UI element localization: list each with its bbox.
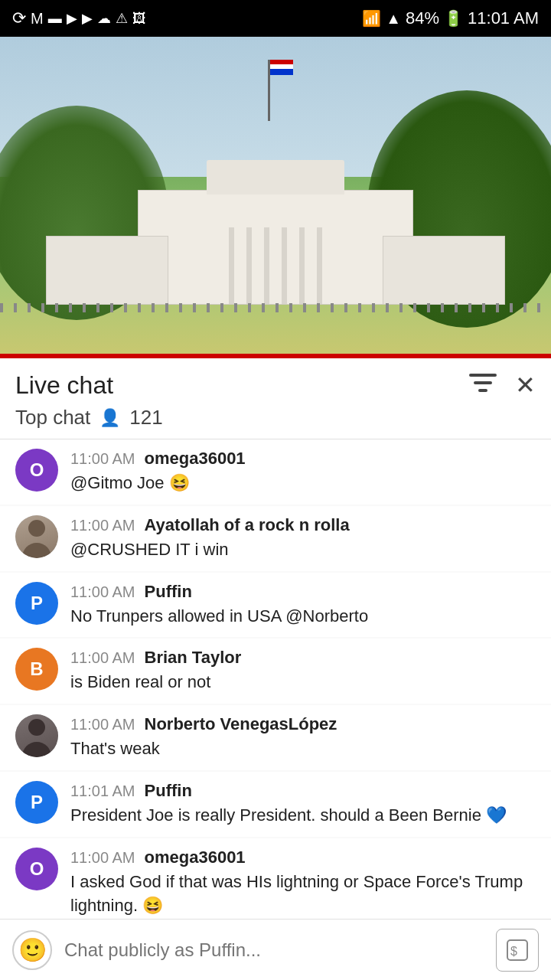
message-body: 11:00 AM omega36001 I asked God if that … — [70, 848, 536, 918]
chat-message: O 11:00 AM omega36001 I asked God if tha… — [0, 838, 551, 927]
close-icon[interactable]: ✕ — [515, 371, 536, 400]
clock: 11:01 AM — [468, 8, 539, 28]
message-time: 11:00 AM — [70, 450, 135, 468]
filter-icon[interactable] — [469, 372, 497, 399]
status-left-icons: ⟳ M ▬ ▶ ▶ ☁ ⚠ 🖼 — [12, 8, 146, 28]
message-body: 11:00 AM Ayatollah of a rock n rolla @CR… — [70, 515, 536, 562]
status-bar: ⟳ M ▬ ▶ ▶ ☁ ⚠ 🖼 📶 ▲ 84% 🔋 11:01 AM — [0, 0, 551, 37]
viewer-icon: 👤 — [99, 408, 120, 428]
message-user: omega36001 — [145, 449, 246, 469]
message-text: I asked God if that was HIs lightning or… — [70, 872, 523, 915]
avatar: P — [15, 582, 58, 625]
top-chat-label: Top chat — [15, 406, 90, 430]
svg-text:$: $ — [510, 945, 517, 958]
message-text: @CRUSHED IT i win — [70, 540, 229, 559]
viewer-count: 121 — [129, 406, 162, 430]
message-body: 11:01 AM Puffin President Joe is really … — [70, 781, 536, 828]
svg-rect-2 — [478, 389, 487, 392]
battery-icon: 🔋 — [444, 9, 463, 28]
chat-message: P 11:01 AM Puffin President Joe is reall… — [0, 772, 551, 837]
app-icon-warn: ⚠ — [116, 10, 128, 27]
avatar — [15, 515, 58, 558]
message-text: President Joe is really President. shoul… — [70, 805, 507, 825]
chat-list: O 11:00 AM omega36001 @Gitmo Joe 😆 11:00… — [0, 439, 551, 980]
chat-message: P 11:00 AM Puffin No Trunpers allowed in… — [0, 573, 551, 638]
message-time: 11:00 AM — [70, 649, 135, 667]
message-time: 11:01 AM — [70, 782, 135, 800]
chat-input-bar: 🙂 $ — [0, 919, 551, 980]
avatar: O — [15, 449, 58, 492]
chat-message: B 11:00 AM Brian Taylor is Biden real or… — [0, 639, 551, 704]
chat-header: Live chat ✕ Top chat 👤 121 — [0, 358, 551, 439]
message-text: @Gitmo Joe 😆 — [70, 473, 190, 492]
app-icon-doc: ▬ — [48, 11, 62, 27]
message-text: That's weak — [70, 739, 160, 758]
wifi-icon: 📶 — [362, 9, 381, 28]
battery-percent: 84% — [406, 8, 439, 28]
app-icon-m: M — [31, 10, 44, 28]
message-time: 11:00 AM — [70, 716, 135, 733]
message-user: Brian Taylor — [145, 648, 242, 668]
message-body: 11:00 AM Brian Taylor is Biden real or n… — [70, 648, 536, 694]
app-icon-yt: ▶ — [67, 10, 77, 27]
message-user: Ayatollah of a rock n rolla — [145, 515, 350, 535]
sync-icon: ⟳ — [12, 8, 26, 28]
signal-icon: ▲ — [386, 10, 401, 28]
status-right-info: 📶 ▲ 84% 🔋 11:01 AM — [362, 8, 539, 28]
app-icon-cloud: ☁ — [97, 10, 111, 27]
avatar: O — [15, 848, 58, 890]
emoji-button[interactable]: 🙂 — [12, 930, 52, 970]
svg-rect-1 — [474, 381, 492, 384]
red-progress-bar — [0, 354, 551, 358]
chat-message: 11:00 AM Norberto VenegasLópez That's we… — [0, 705, 551, 770]
message-time: 11:00 AM — [70, 849, 135, 867]
app-icon-yt2: ▶ — [82, 10, 93, 27]
send-button[interactable]: $ — [496, 929, 539, 972]
message-text: is Biden real or not — [70, 672, 210, 691]
chat-message: O 11:00 AM omega36001 @Gitmo Joe 😆 — [0, 439, 551, 505]
chat-header-actions: ✕ — [469, 371, 536, 400]
message-user: omega36001 — [145, 848, 246, 867]
message-text: No Trunpers allowed in USA @Norberto — [70, 606, 368, 626]
message-user: Puffin — [145, 582, 192, 602]
app-icon-img: 🖼 — [132, 11, 146, 27]
avatar: B — [15, 648, 58, 691]
message-time: 11:00 AM — [70, 517, 135, 534]
message-body: 11:00 AM Puffin No Trunpers allowed in U… — [70, 582, 536, 629]
chat-title: Live chat — [15, 371, 113, 400]
message-time: 11:00 AM — [70, 583, 135, 601]
chat-input[interactable] — [64, 939, 484, 961]
message-body: 11:00 AM omega36001 @Gitmo Joe 😆 — [70, 449, 536, 495]
message-user: Norberto VenegasLópez — [145, 714, 337, 734]
avatar — [15, 714, 58, 757]
svg-rect-0 — [469, 374, 497, 377]
message-body: 11:00 AM Norberto VenegasLópez That's we… — [70, 714, 536, 761]
avatar: P — [15, 781, 58, 824]
video-player[interactable] — [0, 37, 551, 358]
message-user: Puffin — [145, 781, 192, 801]
chat-message: 11:00 AM Ayatollah of a rock n rolla @CR… — [0, 506, 551, 571]
